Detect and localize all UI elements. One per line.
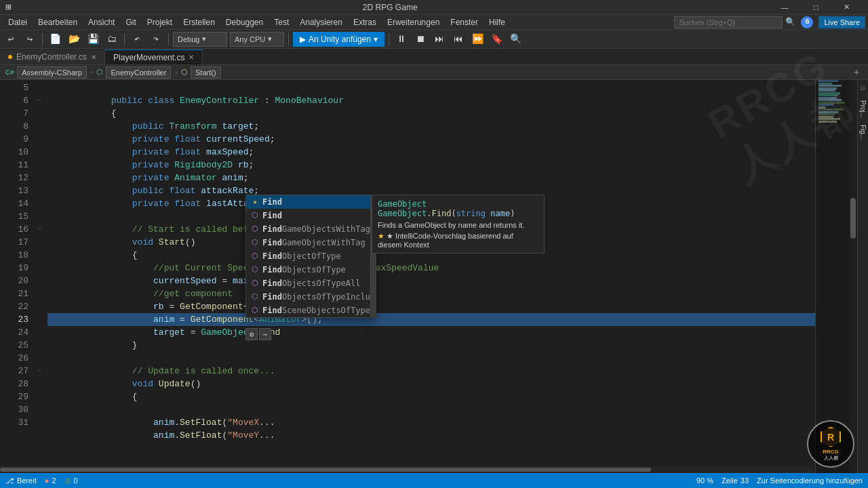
panel-label-proj[interactable]: Proj... — [859, 100, 867, 118]
toolbar-btn-misc6[interactable]: 🔖 — [488, 32, 505, 47]
line-num-18: 18 — [5, 249, 28, 262]
config-dropdown[interactable]: Debug ▾ — [173, 32, 227, 47]
toolbar-btn-misc4[interactable]: ⏮ — [450, 32, 467, 47]
menu-test[interactable]: Test — [269, 16, 294, 28]
tab-player-movement[interactable]: PlayerMovement.cs ✕ — [105, 49, 203, 64]
ac-item-find[interactable]: ⬡ Find — [246, 209, 370, 222]
breadcrumb-class[interactable]: EnemyController — [106, 66, 171, 79]
main-editor-area: 5 6 7 8 9 10 11 12 13 14 15 16 17 18 19 … — [0, 80, 868, 473]
panel-label-fig[interactable]: Fig... — [859, 125, 867, 140]
action-btn-dots[interactable]: ⋯ — [259, 328, 271, 340]
menu-datei[interactable]: Datei — [3, 16, 33, 28]
ac-item-findobjectsoftypeincludingassets[interactable]: ⬡ FindObjectsOfTypeIncludingAssets — [246, 290, 370, 304]
window-controls: — □ ✕ — [769, 0, 863, 15]
close-button[interactable]: ✕ — [831, 0, 863, 15]
minimize-button[interactable]: — — [769, 0, 800, 15]
user-avatar[interactable]: G — [801, 16, 813, 28]
menu-erweiterungen[interactable]: Erweiterungen — [382, 16, 445, 28]
toolbar-btn-undo[interactable]: ↶ — [129, 32, 145, 47]
line-num-13: 13 — [5, 184, 28, 197]
status-warnings[interactable]: ⚠ 0 — [64, 476, 78, 485]
action-buttons: ⚙ ⋯ — [245, 328, 271, 340]
scrollbar-thumb[interactable] — [850, 198, 856, 239]
method-icon-foots: ⬡ — [250, 265, 260, 274]
toolbar-btn-redo[interactable]: ↷ — [148, 32, 164, 47]
title-bar-title: 2D RPG Game — [363, 3, 418, 12]
ac-item-findgameobjectswithtag[interactable]: ⬡ FindGameObjectsWithTag — [246, 222, 370, 236]
tab-close-enemy[interactable]: ✕ — [91, 54, 96, 61]
toolbar-btn-save[interactable]: 💾 — [85, 32, 101, 47]
tooltip-popup: GameObject GameObject.Find(string name) … — [372, 195, 545, 253]
tab-enemy-controller[interactable]: EnemyController.cs ✕ — [0, 49, 105, 64]
play-icon: ▶ — [300, 35, 306, 44]
breadcrumb-method[interactable]: Start() — [191, 66, 221, 79]
toolbar-btn-forward[interactable]: ↪ — [22, 32, 38, 47]
toolbar-btn-misc5[interactable]: ⏩ — [469, 32, 486, 47]
ac-item-findobjectsoftype[interactable]: ⬡ FindObjectsOfType — [246, 263, 370, 277]
tooltip-description: Finds a GameObject by name and returns i… — [378, 221, 538, 229]
search-input[interactable] — [674, 16, 783, 28]
vertical-scrollbar[interactable] — [849, 80, 857, 473]
horizontal-scrollbar[interactable] — [0, 466, 814, 473]
toolbar-btn-misc1[interactable]: ⏸ — [393, 32, 410, 47]
live-share-button[interactable]: Live Share — [818, 16, 865, 28]
breadcrumb-method-label: Start() — [195, 68, 216, 77]
ac-item-findobjectsoftypeall[interactable]: ⬡ FindObjectsOfTypeAll — [246, 277, 370, 290]
fold-icon-16[interactable]: − — [37, 226, 41, 233]
ac-label-footia: FindObjectsOfTypeIncludingAssets — [262, 290, 371, 304]
ac-item-findgameobjectwithtag[interactable]: ⬡ FindGameObjectWithTag — [246, 236, 370, 249]
ac-item-findobjectoftype[interactable]: ⬡ FindObjectOfType — [246, 249, 370, 263]
menu-projekt[interactable]: Projekt — [142, 16, 178, 28]
menu-bearbeiten[interactable]: Bearbeiten — [33, 16, 83, 28]
action-btn-wrench[interactable]: ⚙ — [245, 328, 258, 340]
fold-icon-27[interactable]: − — [37, 367, 41, 375]
breadcrumb-add-btn[interactable]: + — [850, 66, 863, 79]
gutter-30 — [34, 403, 45, 416]
gutter-29 — [34, 390, 45, 403]
minimap[interactable] — [815, 80, 849, 473]
line-num-23: 23 — [5, 313, 28, 326]
status-branch[interactable]: ⎇ Bereit — [5, 476, 37, 485]
tab-close-player[interactable]: ✕ — [189, 54, 194, 61]
menu-fenster[interactable]: Fenster — [445, 16, 484, 28]
ac-item-findsceneobjectsoftype[interactable]: ⬡ FindSceneObjectsOfType — [246, 304, 370, 317]
toolbar-btn-misc7[interactable]: 🔍 — [507, 32, 524, 47]
method-icon-find: ⬡ — [250, 211, 260, 220]
h-scrollbar-thumb[interactable] — [0, 468, 651, 472]
menu-erstellen[interactable]: Erstellen — [178, 16, 220, 28]
breadcrumb-bar: C# Assembly-CSharp › ⬡ EnemyController ›… — [0, 65, 868, 80]
toolbar-btn-saveall[interactable]: 🗂 — [104, 32, 120, 47]
menu-debuggen[interactable]: Debuggen — [220, 16, 269, 28]
menu-extras[interactable]: Extras — [348, 16, 382, 28]
fold-icon-6[interactable]: − — [37, 97, 41, 104]
status-encoding[interactable]: Zur Seitencodierung hinzufügen — [757, 476, 863, 485]
toolbar-btn-back[interactable]: ↩ — [3, 32, 19, 47]
intellicode-star-icon: ★ — [378, 232, 384, 240]
menu-ansicht[interactable]: Ansicht — [83, 16, 120, 28]
code-area[interactable]: public class EnemyController : MonoBehav… — [45, 80, 815, 473]
toolbar-btn-misc2[interactable]: ⏹ — [412, 32, 429, 47]
ac-item-find-star[interactable]: ★ Find — [246, 195, 370, 209]
play-button[interactable]: ▶ An Unity anfügen ▾ — [293, 32, 384, 47]
maximize-button[interactable]: □ — [800, 0, 831, 15]
line-num-26: 26 — [5, 352, 28, 365]
gutter-14 — [34, 197, 45, 210]
toolbar-btn-misc3[interactable]: ⏭ — [431, 32, 448, 47]
panel-btn-1[interactable]: » — [860, 83, 865, 94]
ac-label-fsoot: FindSceneObjectsOfType — [262, 304, 370, 317]
menu-git[interactable]: Git — [120, 16, 141, 28]
ac-label-fgowt2: FindGameObjectWithTag — [262, 236, 366, 249]
branch-icon: ⎇ — [5, 476, 14, 485]
toolbar-btn-open[interactable]: 📂 — [66, 32, 82, 47]
menu-hilfe[interactable]: Hilfe — [484, 16, 511, 28]
toolbar-btn-new[interactable]: 📄 — [47, 32, 63, 47]
platform-dropdown[interactable]: Any CPU ▾ — [230, 32, 284, 47]
gutter-19 — [34, 262, 45, 274]
status-zoom[interactable]: 90 % — [696, 476, 713, 485]
menu-analysieren[interactable]: Analysieren — [294, 16, 348, 28]
autocomplete-list[interactable]: ★ Find ⬡ Find ⬡ FindGameObjectsWithTag ⬡… — [245, 195, 371, 318]
breadcrumb-assembly[interactable]: Assembly-CSharp — [17, 66, 87, 79]
logo-text-cn: 人人都 — [824, 455, 838, 462]
status-line[interactable]: Zeile 33 — [722, 476, 749, 485]
status-errors[interactable]: ● 2 — [45, 476, 56, 485]
